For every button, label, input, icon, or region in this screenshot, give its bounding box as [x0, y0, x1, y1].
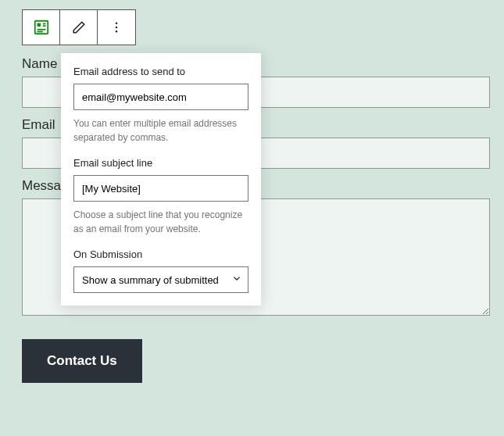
edit-button[interactable] [60, 10, 98, 45]
email-to-help: You can enter multiple email addresses s… [73, 116, 248, 145]
more-vertical-icon [109, 20, 123, 34]
email-to-input[interactable] [73, 84, 248, 110]
subject-label: Email subject line [73, 157, 248, 169]
more-options-button[interactable] [98, 10, 135, 45]
subject-input[interactable] [73, 175, 248, 202]
on-submission-select[interactable]: Show a summary of submitted [73, 266, 248, 293]
svg-point-7 [116, 27, 117, 28]
svg-point-8 [116, 30, 117, 32]
on-submission-label: On Submission [73, 248, 248, 260]
svg-point-6 [116, 23, 117, 24]
submit-button[interactable]: Contact Us [22, 339, 142, 383]
email-to-label: Email address to send to [73, 66, 248, 77]
block-type-button[interactable] [23, 10, 60, 45]
form-block-icon [33, 19, 50, 36]
block-settings-popover: Email address to send to You can enter m… [61, 53, 261, 306]
pencil-icon [72, 20, 86, 34]
svg-rect-1 [37, 23, 41, 27]
subject-help: Choose a subject line that you recognize… [73, 208, 248, 236]
block-toolbar [22, 9, 136, 45]
